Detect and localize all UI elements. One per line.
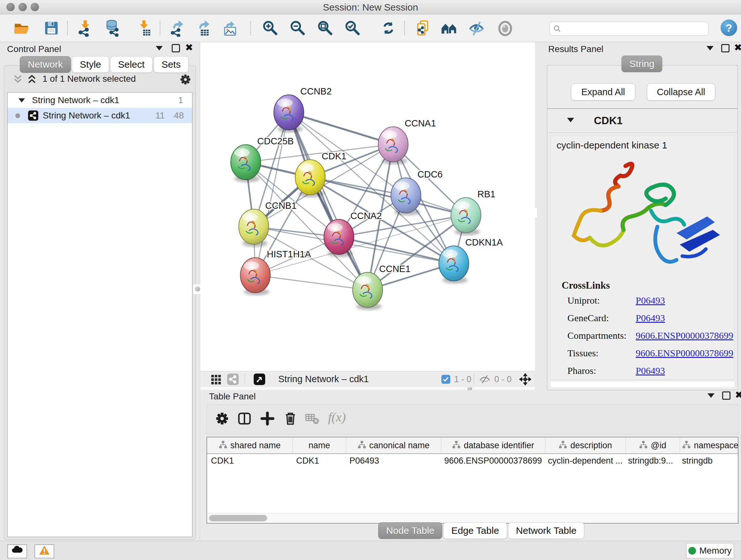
network-node[interactable]: CCNB1: [239, 200, 296, 247]
network-node[interactable]: CDC6: [391, 169, 443, 215]
network-node[interactable]: RB1: [451, 189, 495, 235]
import-table-file-icon[interactable]: [135, 19, 152, 37]
open-session-icon[interactable]: [13, 19, 30, 37]
panel-float-icon[interactable]: [721, 44, 730, 54]
crosslink-row: Compartments:9606.ENSP00000378699: [567, 330, 731, 345]
tab-node-table[interactable]: Node Table: [378, 522, 442, 539]
network-node[interactable]: CCNE1: [353, 264, 410, 310]
tab-select[interactable]: Select: [110, 56, 152, 73]
panel-menu-icon[interactable]: [708, 393, 715, 399]
zoom-fit-icon[interactable]: [317, 19, 334, 37]
crosslink-link[interactable]: P06493: [636, 313, 665, 323]
table-hscrollbar[interactable]: [207, 513, 738, 523]
pan-crosshair-icon[interactable]: [519, 373, 531, 385]
import-network-file-icon[interactable]: [77, 19, 94, 37]
export-image-icon[interactable]: [221, 19, 239, 37]
crosslink-link[interactable]: P06493: [636, 365, 665, 376]
expand-all-button[interactable]: Expand All: [571, 83, 635, 101]
node-label: CDK1: [322, 151, 346, 161]
table-gear-icon[interactable]: [214, 411, 230, 426]
results-scrollbar[interactable]: [550, 381, 735, 388]
show-columns-icon[interactable]: [237, 411, 252, 426]
memory-button[interactable]: Memory: [686, 543, 734, 558]
collapse-all-icon[interactable]: [12, 74, 23, 84]
panel-menu-icon[interactable]: [706, 46, 714, 52]
delete-column-icon[interactable]: [283, 411, 298, 426]
import-network-database-icon[interactable]: [104, 19, 121, 37]
tab-network-table[interactable]: Network Table: [508, 522, 585, 539]
table-cell[interactable]: 9606.ENSP00000378699: [441, 454, 544, 468]
first-neighbors-icon[interactable]: [441, 19, 458, 37]
network-canvas[interactable]: CCNB2CCNA1CDC25BCDK1CDC6RB1CCNB1CCNA2CDK…: [200, 42, 535, 371]
gear-icon[interactable]: [179, 73, 192, 86]
toolbar-separator: [404, 21, 405, 35]
crosslink-link[interactable]: 9606.ENSP00000378699: [636, 348, 733, 359]
panel-close-icon[interactable]: ✖: [734, 44, 741, 52]
network-node[interactable]: HIST1H1A: [240, 249, 311, 295]
tree-column-icon: [639, 440, 648, 451]
zoom-selected-icon[interactable]: [344, 19, 361, 37]
table-cell[interactable]: CDK1: [207, 454, 292, 468]
zoom-in-icon[interactable]: [262, 19, 279, 37]
add-column-icon[interactable]: [260, 411, 275, 426]
selected-checkbox-icon[interactable]: [441, 375, 450, 384]
export-network-icon[interactable]: [169, 19, 186, 37]
help-icon[interactable]: ?: [721, 19, 737, 36]
network-snapshot-icon[interactable]: [414, 19, 431, 37]
network-row[interactable]: String Network – cdk1 11 48: [8, 108, 192, 123]
refresh-view-icon[interactable]: [380, 19, 397, 37]
share-network-icon[interactable]: [227, 374, 239, 385]
crosslink-link[interactable]: 9606.ENSP00000378699: [636, 330, 733, 341]
delete-table-icon[interactable]: [305, 411, 320, 426]
birds-eye-view-icon[interactable]: [211, 374, 221, 385]
table-row[interactable]: CDK1CDK1P064939606.ENSP00000378699cyclin…: [207, 454, 738, 468]
tab-network[interactable]: Network: [20, 56, 71, 73]
network-edge: [289, 112, 393, 144]
node-label: CCNA1: [405, 118, 436, 128]
column-header-description[interactable]: description: [545, 437, 626, 453]
panel-close-icon[interactable]: ✖: [185, 44, 193, 52]
network-collection-row[interactable]: String Network – cdk1 1: [8, 92, 192, 108]
open-in-new-icon[interactable]: [254, 374, 265, 385]
hidden-eye-icon[interactable]: [479, 375, 490, 384]
table-cell[interactable]: cyclin-dependent ...: [544, 454, 624, 468]
table-cell[interactable]: P06493: [346, 454, 441, 468]
show-all-icon[interactable]: [496, 19, 514, 37]
column-header-canonical-name[interactable]: canonical name: [346, 437, 441, 453]
tree-column-icon: [358, 440, 366, 451]
tab-style[interactable]: Style: [72, 56, 109, 73]
panel-float-icon[interactable]: [722, 391, 731, 401]
cloud-status-button[interactable]: [7, 544, 27, 558]
network-node[interactable]: CDKN1A: [439, 237, 503, 284]
tab-sets[interactable]: Sets: [153, 56, 189, 73]
table-cell[interactable]: CDK1: [292, 454, 346, 468]
zoom-out-icon[interactable]: [289, 19, 307, 37]
tree-expander-icon[interactable]: [18, 98, 25, 103]
search-input[interactable]: [549, 22, 709, 36]
column-header-name[interactable]: name: [293, 437, 346, 453]
table-hscroll-thumb[interactable]: [209, 515, 267, 521]
panel-close-icon[interactable]: ✖: [735, 391, 741, 399]
function-builder-icon[interactable]: f(x): [328, 410, 346, 425]
cloud-icon: [11, 545, 23, 555]
panel-float-icon[interactable]: [172, 44, 180, 54]
export-table-icon[interactable]: [195, 19, 212, 37]
expand-all-icon[interactable]: [26, 74, 37, 84]
save-session-icon[interactable]: [43, 19, 60, 37]
collapse-all-button[interactable]: Collapse All: [647, 83, 715, 101]
column-header-database-identifier[interactable]: database identifier: [441, 437, 545, 453]
column-header--id[interactable]: @id: [626, 437, 680, 453]
crosslink-link[interactable]: P06493: [636, 295, 665, 306]
table-cell[interactable]: stringdb:9...: [624, 454, 678, 468]
network-node[interactable]: CCNA2: [324, 211, 382, 257]
gene-header[interactable]: CDK1: [547, 109, 738, 133]
tab-edge-table[interactable]: Edge Table: [443, 522, 507, 539]
column-header-namespace[interactable]: namespace: [680, 437, 741, 453]
panel-menu-icon[interactable]: [156, 46, 163, 52]
warnings-button[interactable]: [35, 544, 54, 558]
tab-string[interactable]: String: [621, 56, 662, 72]
hide-selected-icon[interactable]: [468, 19, 485, 37]
table-cell[interactable]: stringdb: [678, 454, 739, 468]
crosslink-row: Uniprot:P06493: [567, 295, 731, 310]
column-header-shared-name[interactable]: shared name: [207, 437, 293, 453]
